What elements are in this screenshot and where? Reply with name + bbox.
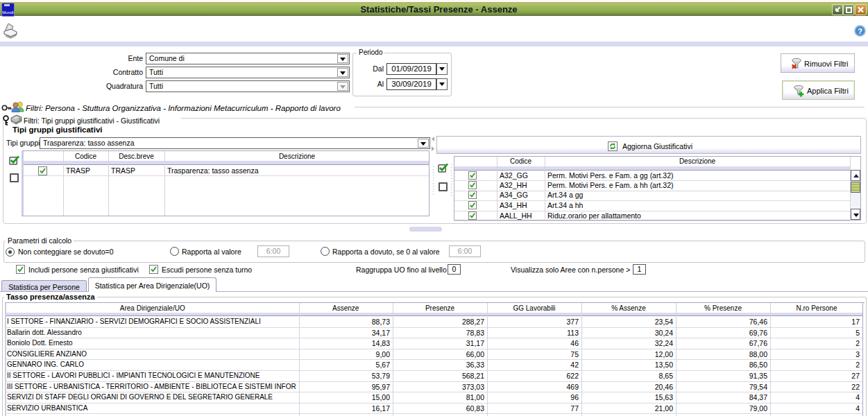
- svg-text:?: ?: [858, 27, 862, 35]
